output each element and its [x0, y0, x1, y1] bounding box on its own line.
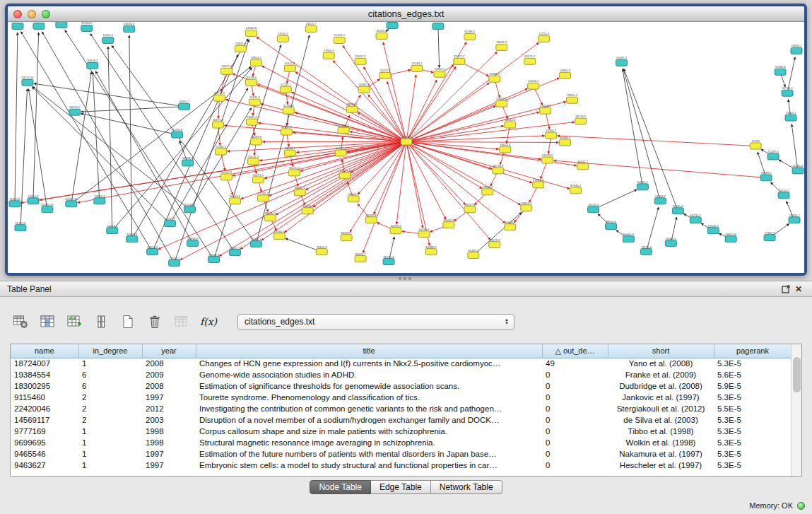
table-cell[interactable]: 6 [78, 369, 142, 380]
graph-node[interactable] [341, 235, 352, 241]
graph-node[interactable] [277, 35, 288, 42]
table-cell[interactable]: 1998 [142, 437, 196, 448]
graph-node[interactable] [750, 143, 761, 149]
graph-node[interactable] [707, 228, 719, 234]
graph-node[interactable] [588, 206, 599, 213]
graph-node[interactable] [81, 25, 93, 31]
graph-node[interactable] [33, 23, 45, 29]
graph-node[interactable] [212, 122, 223, 128]
table-cell[interactable]: 0 [542, 380, 608, 392]
table-cell[interactable]: 5.3E-5 [714, 448, 792, 460]
table-cell[interactable]: Investigating the contribution of common… [196, 403, 542, 414]
table-row[interactable]: 969969511998Structural magnetic resonanc… [11, 437, 792, 448]
table-cell[interactable]: Changes of HCN gene expression and I(f) … [196, 358, 542, 369]
table-row[interactable]: 1938455462009Genome-wide association stu… [11, 369, 792, 380]
graph-node[interactable] [339, 173, 351, 179]
table-cell[interactable]: Tibbo et al. (1998) [608, 426, 714, 437]
column-header-in-degree[interactable]: in_degree [78, 344, 142, 358]
graph-node[interactable] [323, 52, 334, 59]
table-row[interactable]: 2242004622012Investigating the contribut… [11, 403, 792, 414]
table-cell[interactable]: 2 [78, 392, 142, 403]
graph-node[interactable] [654, 198, 666, 204]
graph-node[interactable] [464, 206, 476, 213]
minimize-window-button[interactable] [28, 10, 36, 18]
graph-node[interactable] [358, 86, 370, 93]
table-source-select[interactable]: citations_edges.txt ▲▼ [237, 314, 514, 330]
graph-node[interactable] [775, 69, 786, 75]
graph-edge[interactable] [129, 35, 132, 239]
graph-node[interactable] [229, 250, 240, 256]
graph-edge[interactable] [383, 42, 406, 142]
tab-edge-table[interactable]: Edge Table [371, 480, 431, 494]
graph-node[interactable] [434, 71, 445, 77]
graph-node[interactable] [213, 95, 225, 101]
graph-node[interactable] [252, 177, 264, 183]
table-cell[interactable]: Hescheler et al. (1997) [608, 460, 714, 471]
graph-node[interactable] [284, 65, 295, 71]
table-cell[interactable]: Structural magnetic resonance image aver… [196, 437, 542, 448]
graph-node[interactable] [560, 139, 571, 146]
graph-node[interactable] [182, 160, 194, 166]
tab-node-table[interactable]: Node Table [310, 480, 371, 494]
table-cell[interactable]: Nakamura et al. (1997) [608, 448, 714, 460]
graph-node[interactable] [546, 132, 557, 139]
graph-node[interactable] [500, 146, 511, 153]
table-cell[interactable]: 1997 [142, 392, 196, 403]
network-canvas[interactable]: 18945.619734.920811.321563.220570.102061… [8, 22, 804, 273]
graph-node[interactable] [283, 107, 294, 114]
graph-node[interactable] [281, 129, 292, 135]
table-cell[interactable]: 0 [542, 369, 608, 380]
graph-node[interactable] [764, 235, 775, 241]
table-cell[interactable]: 9777169 [11, 426, 78, 437]
graph-node[interactable] [528, 83, 539, 89]
graph-edge[interactable] [233, 74, 406, 141]
table-row[interactable]: 946362711997Embryonic stem cells: a mode… [11, 460, 792, 471]
graph-node[interactable] [229, 198, 240, 204]
graph-node[interactable] [316, 249, 327, 255]
graph-node[interactable] [338, 127, 349, 134]
graph-edge[interactable] [438, 26, 440, 68]
table-cell[interactable]: 19384554 [11, 369, 78, 380]
import-table-icon[interactable] [172, 313, 191, 331]
table-cell[interactable]: 2012 [142, 403, 196, 414]
table-cell[interactable]: Dudbridge et al. (2008) [608, 380, 714, 392]
table-cell[interactable]: 1 [78, 437, 142, 448]
column-header-pagerank[interactable]: pagerank [714, 344, 792, 358]
graph-node[interactable] [493, 168, 504, 174]
table-cell[interactable]: 5.3E-5 [714, 460, 792, 471]
graph-edge[interactable] [256, 35, 310, 244]
table-cell[interactable]: Franke et al. (2009) [608, 369, 714, 380]
graph-node[interactable] [637, 184, 648, 190]
graph-edge[interactable] [20, 89, 28, 228]
graph-node[interactable] [665, 240, 676, 247]
graph-edge[interactable] [95, 71, 192, 243]
graph-edge[interactable] [594, 189, 637, 209]
zoom-window-button[interactable] [42, 10, 50, 18]
graph-node[interactable] [570, 187, 582, 194]
float-panel-icon[interactable] [779, 284, 792, 295]
graph-node[interactable] [496, 100, 507, 107]
table-row[interactable]: 1872400712008Changes of HCN gene express… [11, 358, 792, 369]
graph-node[interactable] [249, 99, 260, 105]
graph-node[interactable] [69, 109, 81, 115]
graph-node[interactable] [208, 257, 219, 263]
tab-network-table[interactable]: Network Table [431, 480, 502, 494]
graph-node[interactable] [792, 168, 804, 174]
graph-node[interactable] [147, 249, 158, 255]
graph-node[interactable] [725, 236, 736, 243]
graph-node[interactable] [220, 174, 232, 180]
graph-node[interactable] [496, 44, 507, 50]
column-visibility-icon[interactable] [38, 313, 57, 331]
graph-node[interactable] [94, 198, 105, 204]
table-cell[interactable]: 0 [542, 392, 608, 403]
column-header-name[interactable]: name [11, 344, 78, 358]
delete-table-icon[interactable] [146, 313, 164, 331]
graph-node[interactable] [348, 196, 359, 202]
graph-node[interactable] [623, 236, 634, 243]
table-cell[interactable]: 5.3E-5 [714, 437, 792, 448]
graph-node[interactable] [257, 195, 269, 201]
graph-node[interactable] [640, 249, 652, 255]
graph-edge[interactable] [406, 142, 505, 223]
table-cell[interactable]: Tourette syndrome. Phenomenology and cla… [196, 392, 542, 403]
graph-node[interactable] [302, 208, 313, 214]
